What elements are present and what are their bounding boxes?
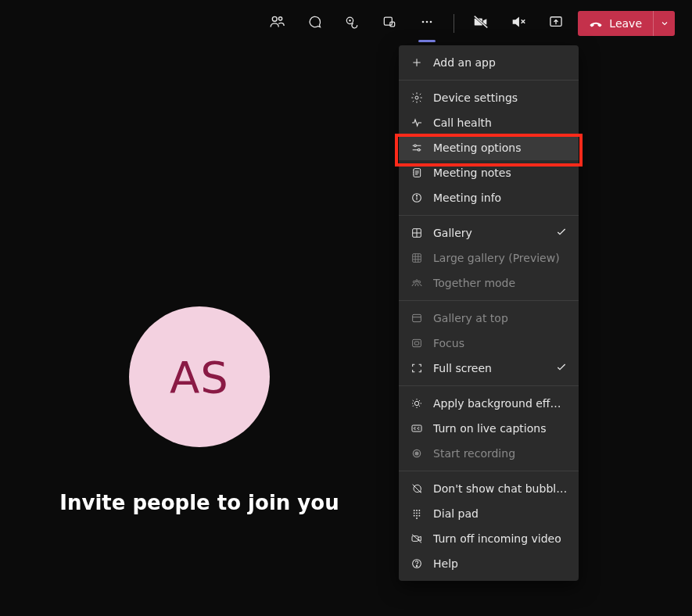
menu-item-label: Large gallery (Preview) [433,252,568,264]
share-button[interactable] [540,8,572,39]
svg-point-43 [416,565,417,566]
invite-heading: Invite people to join you [0,491,399,514]
menu-item-meeting-notes[interactable]: Meeting notes [399,160,579,185]
more-actions-menu: Add an appDevice settingsCall healthMeet… [399,45,579,581]
svg-point-36 [414,515,415,517]
svg-point-38 [418,515,420,517]
menu-item-label: Apply background effects [433,397,568,410]
more-icon [419,14,435,33]
menu-item-chat-bubbles[interactable]: Don't show chat bubbles [399,476,579,501]
participant-avatar: AS [129,306,270,447]
pulse-icon [410,116,424,130]
menu-item-label: Device settings [433,91,568,104]
menu-item-meeting-options[interactable]: Meeting options [399,135,579,160]
menu-section: Add an app [399,45,579,80]
menu-item-label: Call health [433,116,568,129]
menu-item-label: Meeting options [433,141,568,154]
camera-off-icon [410,532,424,546]
menu-item-label: Help [433,557,568,570]
svg-rect-3 [385,17,393,25]
menu-item-gallery[interactable]: Gallery [399,220,579,245]
reactions-button[interactable] [336,8,368,39]
chat-button[interactable] [299,8,330,39]
menu-item-live-captions[interactable]: Turn on live captions [399,416,579,441]
svg-point-1 [279,17,282,20]
menu-item-call-health[interactable]: Call health [399,110,579,135]
menu-item-label: Start recording [433,447,568,460]
svg-point-28 [415,452,418,455]
cc-icon [410,421,424,435]
focus-icon [410,336,424,350]
menu-item-incoming-off[interactable]: Turn off incoming video [399,526,579,551]
menu-section: Gallery at topFocusFull screen [399,300,579,385]
menu-item-label: Full screen [433,362,546,374]
svg-point-19 [413,281,415,283]
leave-button[interactable]: Leave [578,11,653,36]
menu-item-label: Gallery [433,227,546,239]
topbar-icon [410,311,424,325]
menu-item-full-screen[interactable]: Full screen [399,356,579,381]
svg-rect-26 [412,425,421,432]
svg-point-5 [422,21,425,23]
menu-item-device-settings[interactable]: Device settings [399,85,579,110]
menu-item-label: Together mode [433,277,568,289]
raise-hand-icon [344,14,360,33]
svg-point-12 [414,145,417,147]
camera-toggle-button[interactable] [465,8,497,39]
menu-section: Apply background effectsTurn on live cap… [399,385,579,471]
svg-point-30 [414,510,415,511]
speaker-mute-icon [510,13,527,34]
menu-section: Don't show chat bubblesDial padTurn off … [399,471,579,581]
svg-point-33 [414,512,415,514]
svg-point-11 [415,96,418,99]
menu-item-label: Meeting notes [433,167,568,179]
menu-item-help[interactable]: Help [399,551,579,576]
meeting-stage: AS Invite people to join you [0,283,399,514]
check-icon [555,226,568,241]
svg-point-0 [273,16,278,21]
menu-item-bg-effects[interactable]: Apply background effects [399,391,579,416]
svg-point-35 [418,512,420,514]
leave-options-button[interactable] [653,11,675,36]
menu-item-recording: Start recording [399,441,579,466]
svg-rect-24 [414,342,418,345]
svg-point-25 [414,401,418,405]
help-icon [410,557,424,571]
grid9-icon [410,251,424,265]
notes-icon [410,166,424,180]
breakout-rooms-icon [382,14,397,33]
svg-rect-23 [413,339,421,346]
svg-point-7 [430,21,432,23]
menu-item-dial-pad[interactable]: Dial pad [399,501,579,526]
fullscreen-icon [410,361,424,375]
menu-item-together-mode: Together mode [399,270,579,295]
people-button[interactable] [261,8,292,39]
plus-icon [410,56,424,70]
people-icon [268,13,285,34]
rooms-button[interactable] [374,8,405,39]
menu-item-gallery-top: Gallery at top [399,306,579,331]
share-screen-icon [548,14,564,33]
menu-section: GalleryLarge gallery (Preview)Together m… [399,215,579,300]
toolbar-divider [454,14,454,33]
grid4-icon [410,226,424,240]
menu-item-label: Turn on live captions [433,422,568,435]
more-actions-button[interactable] [411,8,443,39]
meeting-toolbar: Leave [261,8,675,39]
menu-item-focus: Focus [399,331,579,356]
menu-item-label: Don't show chat bubbles [433,482,568,495]
chevron-down-icon [660,16,669,31]
svg-point-34 [416,512,418,514]
svg-point-16 [416,195,417,196]
record-icon [410,446,424,460]
svg-point-32 [418,510,420,511]
fx-icon [410,396,424,410]
camera-off-icon [472,13,489,34]
menu-item-label: Meeting info [433,192,568,204]
leave-label: Leave [609,17,642,30]
menu-item-add-app[interactable]: Add an app [399,50,579,75]
bubble-off-icon [410,482,424,496]
menu-item-meeting-info[interactable]: Meeting info [399,185,579,210]
hangup-icon [589,16,603,32]
mic-toggle-button[interactable] [503,8,534,39]
